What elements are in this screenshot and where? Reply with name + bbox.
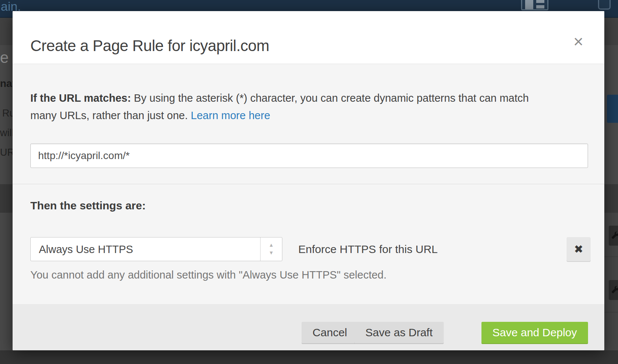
url-match-text-line2: many URLs, rather than just one. xyxy=(30,109,188,121)
save-and-deploy-button[interactable]: Save and Deploy xyxy=(481,322,588,343)
url-match-description: If the URL matches: By using the asteris… xyxy=(30,90,589,124)
background-bottom-strip xyxy=(0,350,618,364)
chevron-up-icon: ▲ xyxy=(261,242,282,248)
wrench-icon xyxy=(611,285,618,295)
background-edit-rule-button xyxy=(609,226,618,246)
background-edit-rule-button xyxy=(609,280,618,300)
url-pattern-input[interactable] xyxy=(30,144,588,168)
close-icon[interactable]: × xyxy=(569,33,588,52)
background-create-rule-button-fragment xyxy=(607,95,618,123)
profile-icon xyxy=(598,0,611,10)
save-as-draft-button[interactable]: Save as Draft xyxy=(354,322,444,343)
url-match-label: If the URL matches: xyxy=(30,92,131,104)
remove-setting-button[interactable]: ✖ xyxy=(567,237,591,261)
background-text-fragment: will xyxy=(0,127,14,139)
wrench-icon xyxy=(611,231,618,240)
screen: ain. e nav Ru will UR Create a Page Rule… xyxy=(0,0,618,364)
background-table-header-right xyxy=(604,184,618,213)
remove-icon: ✖ xyxy=(574,243,583,255)
chevron-down-icon: ▼ xyxy=(261,250,282,256)
apps-grid-icon xyxy=(521,0,548,10)
modal-title: Create a Page Rule for icyapril.com xyxy=(30,37,269,55)
settings-section-label: Then the settings are: xyxy=(30,199,146,212)
settings-section: Then the settings are: Always Use HTTPS … xyxy=(13,185,604,304)
background-table-header-left xyxy=(0,184,13,213)
modal-footer: Cancel Save as Draft Save and Deploy xyxy=(13,304,604,350)
background-heading-fragment: e xyxy=(0,49,9,67)
url-match-section: If the URL matches: By using the asteris… xyxy=(13,64,604,184)
background-subheader-right xyxy=(604,18,618,45)
setting-select[interactable]: Always Use HTTPS ▲ ▼ xyxy=(30,237,282,261)
setting-select-value: Always Use HTTPS xyxy=(39,243,133,256)
create-page-rule-modal: Create a Page Rule for icyapril.com × If… xyxy=(13,11,604,350)
modal-header: Create a Page Rule for icyapril.com × xyxy=(13,11,604,64)
learn-more-link[interactable]: Learn more here xyxy=(191,109,270,121)
cancel-button[interactable]: Cancel xyxy=(302,322,358,343)
url-match-text-line1: By using the asterisk (*) character, you… xyxy=(134,92,529,104)
background-subheader-left xyxy=(0,18,13,45)
select-stepper[interactable]: ▲ ▼ xyxy=(260,237,282,261)
setting-description: Enforce HTTPS for this URL xyxy=(298,243,438,256)
settings-note: You cannot add any additional settings w… xyxy=(30,269,387,281)
